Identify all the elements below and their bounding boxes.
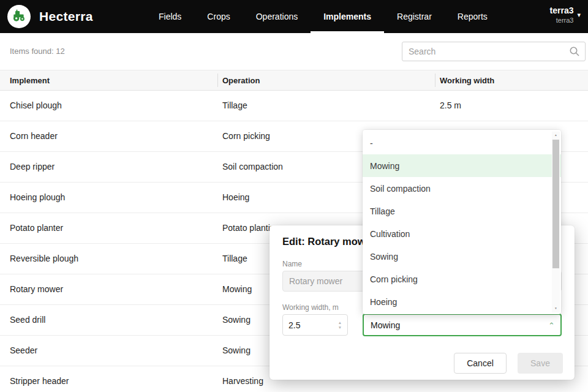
option-sowing[interactable]: Sowing bbox=[363, 245, 561, 268]
operation-select-value: Mowing bbox=[371, 320, 400, 330]
name-label: Name bbox=[282, 260, 302, 268]
working-width-stepper: ▲ ▼ bbox=[282, 314, 348, 336]
scrollbar-thumb[interactable] bbox=[552, 140, 559, 268]
main-nav: Fields Crops Operations Implements Regis… bbox=[146, 0, 500, 33]
cell-implement: Chisel plough bbox=[10, 91, 62, 121]
modal-buttons: Cancel Save bbox=[454, 353, 563, 374]
cell-implement: Hoeing plough bbox=[10, 183, 65, 213]
stepper-down-icon[interactable]: ▼ bbox=[338, 325, 342, 329]
app-name: Hecterra bbox=[39, 9, 93, 24]
cell-operation: Tillage bbox=[222, 244, 247, 274]
cell-implement: Deep ripper bbox=[10, 152, 55, 183]
cell-implement: Reversible plough bbox=[10, 244, 78, 274]
modal-title: Edit: Rotary mower bbox=[282, 236, 375, 247]
option-tillage[interactable]: Tillage bbox=[363, 200, 561, 222]
nav-fields[interactable]: Fields bbox=[146, 0, 194, 33]
search-input[interactable] bbox=[402, 42, 567, 61]
cell-operation: Sowing bbox=[222, 305, 251, 336]
cell-implement: Stripper header bbox=[10, 366, 69, 392]
option-soil-compaction[interactable]: Soil compaction bbox=[363, 177, 561, 200]
column-divider bbox=[435, 74, 435, 87]
user-name: terra3 bbox=[550, 5, 574, 16]
user-subtitle: terra3 bbox=[550, 16, 574, 24]
nav-operations[interactable]: Operations bbox=[243, 0, 311, 33]
cell-operation: Tillage bbox=[222, 91, 247, 121]
chevron-up-icon: ⌃ bbox=[548, 321, 555, 330]
top-header: Hecterra Fields Crops Operations Impleme… bbox=[0, 0, 588, 33]
nav-crops[interactable]: Crops bbox=[194, 0, 243, 33]
scroll-down-icon[interactable]: ▼ bbox=[553, 306, 559, 311]
items-found-count: Items found: 12 bbox=[10, 47, 65, 56]
column-header-implement: Implement bbox=[10, 70, 50, 91]
column-header-operation: Operation bbox=[222, 70, 260, 91]
option-cultivation[interactable]: Cultivation bbox=[363, 222, 561, 245]
operation-select[interactable]: Mowing ⌃ bbox=[363, 314, 562, 336]
nav-registrar[interactable]: Registrar bbox=[384, 0, 445, 33]
scroll-up-icon[interactable]: ▲ bbox=[553, 133, 559, 138]
cell-implement: Seed drill bbox=[10, 305, 45, 336]
cell-operation: Soil compaction bbox=[222, 152, 283, 183]
option-hoeing[interactable]: Hoeing bbox=[363, 290, 561, 313]
cell-implement: Corn header bbox=[10, 121, 58, 152]
cell-operation: Corn picking bbox=[222, 121, 270, 152]
save-button[interactable]: Save bbox=[518, 353, 563, 374]
cell-operation: Sowing bbox=[222, 336, 251, 366]
option-corn-picking[interactable]: Corn picking bbox=[363, 268, 561, 290]
cancel-button[interactable]: Cancel bbox=[454, 353, 507, 374]
cell-implement: Potato planter bbox=[10, 213, 63, 244]
cell-implement: Seeder bbox=[10, 336, 37, 366]
cell-operation: Harvesting bbox=[222, 366, 263, 392]
dropdown-scrollbar[interactable]: ▲ ▼ bbox=[552, 132, 560, 312]
user-menu[interactable]: terra3 terra3 ▾ bbox=[550, 5, 581, 24]
chevron-down-icon: ▾ bbox=[577, 11, 581, 19]
option-none[interactable]: - bbox=[363, 132, 561, 154]
stepper-up-icon[interactable]: ▲ bbox=[338, 320, 342, 324]
option-mowing[interactable]: Mowing bbox=[363, 154, 561, 177]
search-icon[interactable] bbox=[569, 46, 580, 57]
cell-operation: Hoeing bbox=[222, 183, 249, 213]
table-header: Implement Operation Working width bbox=[0, 70, 588, 91]
working-width-label: Working width, m bbox=[282, 303, 339, 312]
app-logo[interactable] bbox=[7, 5, 31, 28]
toolbar: Items found: 12 bbox=[0, 33, 588, 70]
column-divider bbox=[217, 74, 218, 87]
cell-implement: Rotary mower bbox=[10, 274, 63, 305]
nav-implements[interactable]: Implements bbox=[311, 0, 384, 33]
hecterra-app: Hecterra Fields Crops Operations Impleme… bbox=[0, 0, 588, 392]
tractor-icon bbox=[11, 7, 27, 26]
nav-reports[interactable]: Reports bbox=[445, 0, 500, 33]
column-header-working-width: Working width bbox=[440, 70, 494, 91]
operation-dropdown: - Mowing Soil compaction Tillage Cultiva… bbox=[363, 130, 561, 314]
search-box bbox=[402, 42, 586, 61]
operation-options: - Mowing Soil compaction Tillage Cultiva… bbox=[363, 132, 561, 313]
cell-operation: Mowing bbox=[222, 274, 252, 305]
table-row[interactable]: Chisel plough Tillage 2.5 m bbox=[0, 91, 588, 121]
cell-width: 2.5 m bbox=[440, 91, 461, 121]
